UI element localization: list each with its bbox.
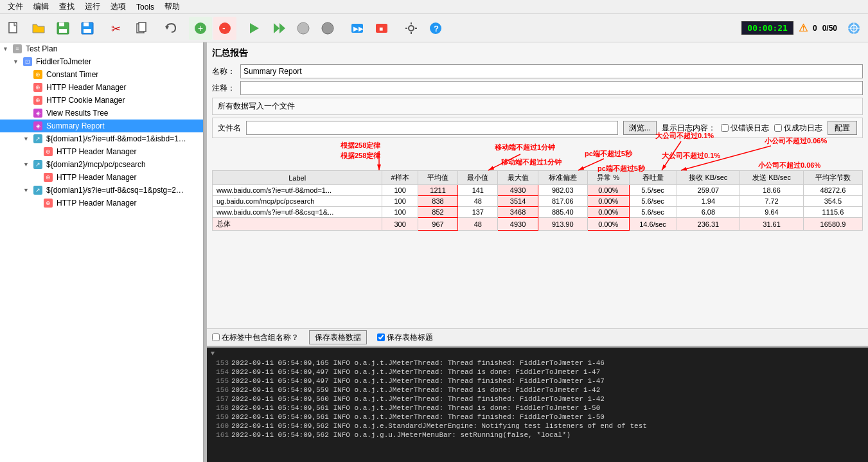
table-cell-2-2: 852 [418,207,457,218]
menu-file[interactable]: 文件 [3,0,28,13]
tree-item-fiddler-to-jmeter[interactable]: ▼⊡FiddlerToJmeter [0,55,203,68]
menubar: 文件 编辑 查找 运行 选项 Tools 帮助 [0,0,868,14]
menu-help[interactable]: 帮助 [159,0,185,13]
annotation-2: 移动端不超过1分钟 [501,157,562,167]
table-cell-1-6: 0.00% [587,196,629,207]
comment-input[interactable] [240,81,863,95]
browse-button[interactable]: 浏览... [623,121,657,135]
start-all-button[interactable] [243,17,266,40]
name-label: 名称： [212,66,238,77]
tree-item-label: FiddlerToJmeter [36,57,91,66]
tree-item-http-header-manager-3[interactable]: ⊕HTTP Header Manager [0,171,203,184]
save-table-data-button[interactable]: 保存表格数据 [309,330,367,344]
shutdown-button[interactable] [316,17,339,40]
svg-text:-: - [222,23,226,33]
comment-label: 注释： [212,83,238,94]
tree-item-summary-report[interactable]: ◈Summary Report [0,120,203,132]
expand-arrow: ▼ [13,58,23,65]
svg-line-38 [488,154,520,170]
log-line-num: 158 [209,404,229,412]
copy-button[interactable] [130,17,153,40]
config-icon: ⊕ [44,173,53,182]
remote-start-button[interactable]: ▶▶ [346,17,369,40]
expand-arrow: ▼ [23,136,33,142]
tree-item-http-cookie-manager[interactable]: ⊕HTTP Cookie Manager [0,94,203,107]
log-area[interactable]: ▼ 1532022-09-11 05:54:09,165 INFO o.a.j.… [207,346,868,462]
table-cell-3-0: 总体 [213,218,382,231]
log-line: 1592022-09-11 05:54:09,561 INFO o.a.j.t.… [209,413,865,422]
table-cell-2-10: 1115.6 [803,207,862,218]
table-cell-1-4: 3514 [498,196,538,207]
log-line: 1602022-09-11 05:54:09,562 INFO o.a.j.e.… [209,422,865,431]
include-group-checkbox[interactable]: 在标签中包含组名称？ [212,332,299,343]
cut-button[interactable]: ✂ [105,17,128,40]
tree-item-test-plan[interactable]: ▼≡Test Plan [0,42,203,55]
only-success-checkbox[interactable]: 仅成功日志 [774,123,822,134]
log-line-text: 2022-09-11 05:54:09,562 INFO o.a.j.e.Sta… [231,422,647,430]
menu-run[interactable]: 运行 [80,0,105,13]
tree-item-domian1-req[interactable]: ▼↗${domian1}/s?ie=utf-8&mod=1&isbd=1&isi… [0,132,203,145]
menu-options[interactable]: 选项 [105,0,131,13]
svg-line-42 [578,159,604,170]
save-as-button[interactable] [76,17,99,40]
log-line-num: 157 [209,395,229,403]
config-icon: ⊕ [44,147,53,156]
only-error-checkbox[interactable]: 仅错误日志 [721,123,769,134]
name-row: 名称： [212,64,863,78]
expand-arrow: ▼ [23,161,33,168]
col-header-10: 平均字节数 [803,171,862,185]
file-name-input[interactable] [246,121,618,135]
open-button[interactable] [27,17,50,40]
tree-item-http-header-manager-4[interactable]: ⊕HTTP Header Manager [0,197,203,209]
svg-text:?: ? [434,24,439,33]
tree-item-constant-timer[interactable]: ⊛Constant Timer [0,68,203,81]
tree-item-domian1-req2[interactable]: ▼↗${domian1}/s?ie=utf-8&csq=1&pstg=20&mo… [0,184,203,197]
table-header-row: Label#样本平均值最小值最大值标准偏差异常 %吞吐量接收 KB/sec发送 … [213,171,863,185]
table-cell-1-2: 838 [418,196,457,207]
remove-button[interactable]: - [213,17,236,40]
table-cell-0-4: 4930 [498,185,538,196]
start-no-pause-button[interactable] [267,17,290,40]
log-line: 1572022-09-11 05:54:09,560 INFO o.a.j.t.… [209,395,865,404]
undo-button[interactable] [159,17,182,40]
tree-item-label: HTTP Header Manager [57,199,137,208]
tree-item-domian2-req[interactable]: ▼↗${domian2}/mcp/pc/pcsearch [0,158,203,171]
add-button[interactable]: + [189,17,212,40]
left-panel: ▼≡Test Plan▼⊡FiddlerToJmeter⊛Constant Ti… [0,42,204,462]
log-line-num: 156 [209,386,229,394]
remote-config-button[interactable] [842,17,865,40]
menu-tools[interactable]: Tools [131,1,159,13]
svg-text:pc端不超过5秒: pc端不超过5秒 [585,150,633,157]
tree-item-http-header-manager-1[interactable]: ⊕HTTP Header Manager [0,81,203,94]
table-cell-3-9: 31.61 [740,218,804,231]
remote-stop-button[interactable]: ■ [370,17,393,40]
help-button[interactable]: ? [424,17,447,40]
bottom-options: 在标签中包含组名称？ 保存表格数据 保存表格标题 [207,328,868,346]
table-cell-2-3: 137 [458,207,498,218]
table-cell-2-4: 3468 [498,207,538,218]
svg-line-44 [681,146,771,170]
tree-item-label: HTTP Header Manager [57,147,137,156]
tree-item-http-header-manager-2[interactable]: ⊕HTTP Header Manager [0,145,203,158]
table-cell-0-8: 259.07 [677,185,740,196]
log-line: 1582022-09-11 05:54:09,561 INFO o.a.j.t.… [209,404,865,413]
menu-find[interactable]: 查找 [54,0,80,13]
name-input[interactable] [240,64,863,78]
save-button[interactable] [51,17,75,40]
table-cell-1-9: 7.72 [740,196,804,207]
table-cell-3-7: 14.6/sec [629,218,677,231]
config-icon: ⊕ [44,199,53,208]
config-button-log[interactable]: 配置 [828,121,857,135]
save-header-checkbox[interactable]: 保存表格标题 [377,332,433,343]
stop-button[interactable] [292,17,315,40]
table-cell-0-5: 982.03 [538,185,587,196]
menu-edit[interactable]: 编辑 [28,0,54,13]
col-header-5: 标准偏差 [538,171,587,185]
log-line: 1552022-09-11 05:54:09,497 INFO o.a.j.t.… [209,377,865,386]
log-line: 1562022-09-11 05:54:09,559 INFO o.a.j.t.… [209,386,865,395]
config-button[interactable] [400,17,423,40]
log-line-text: 2022-09-11 05:54:09,497 INFO o.a.j.t.JMe… [231,377,605,385]
tree-item-view-results-tree[interactable]: ◈View Results Tree [0,107,203,120]
svg-point-18 [297,22,309,34]
new-button[interactable] [3,17,26,40]
